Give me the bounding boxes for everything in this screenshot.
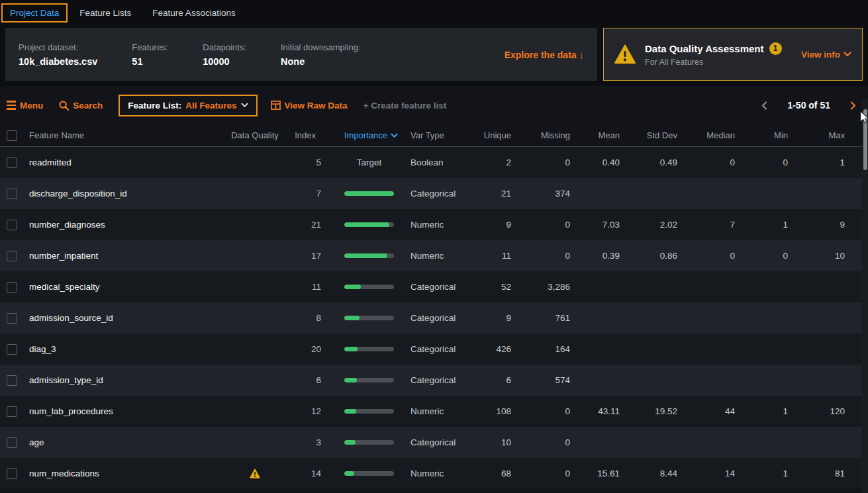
chevron-down-icon	[241, 103, 248, 108]
unique-value: 9	[463, 220, 516, 230]
feature-name[interactable]: diag_3	[29, 344, 218, 354]
view-raw-data-button[interactable]: View Raw Data	[271, 101, 348, 111]
feature-name[interactable]: medical_specialty	[29, 282, 218, 292]
feature-name[interactable]: age	[29, 437, 218, 447]
table-row[interactable]: readmitted 5 Target Boolean 2 0 0.40 0.4…	[0, 147, 868, 178]
index-value: 20	[291, 344, 321, 354]
column-header-missing[interactable]: Missing	[516, 130, 575, 140]
table-row[interactable]: diag_3 20 Categorical 426 164	[0, 334, 868, 365]
vertical-scrollbar-thumb[interactable]	[863, 109, 867, 170]
data-quality-assessment-card[interactable]: Data Quality Assessment 1 For All Featur…	[603, 28, 863, 81]
stat-project-dataset: Project dataset: 10k_diabetes.csv	[19, 42, 97, 67]
feature-name[interactable]: admission_type_id	[29, 375, 218, 385]
table-row[interactable]: admission_source_id 8 Categorical 9 761	[0, 302, 868, 334]
importance-cell	[321, 253, 405, 258]
unique-value: 9	[463, 313, 516, 323]
importance-bar-fill	[344, 316, 360, 320]
column-header-min[interactable]: Min	[740, 130, 793, 140]
feature-name[interactable]: number_diagnoses	[29, 220, 218, 230]
create-feature-list-button[interactable]: + Create feature list	[363, 101, 447, 111]
column-header-index[interactable]: Index	[291, 130, 321, 140]
column-header-unique[interactable]: Unique	[463, 130, 516, 140]
std-dev-value: 0.49	[625, 157, 683, 167]
row-checkbox[interactable]	[7, 406, 17, 417]
table-row[interactable]: number_diagnoses 21 Numeric 9 0 7.03 2.0…	[0, 209, 868, 240]
tab-feature-lists[interactable]: Feature Lists	[79, 8, 131, 18]
unique-value: 21	[463, 189, 516, 199]
missing-value: 0	[516, 469, 575, 478]
unique-value: 68	[463, 469, 516, 478]
search-button[interactable]: Search	[59, 101, 103, 111]
row-checkbox[interactable]	[7, 375, 17, 386]
menu-button[interactable]: Menu	[7, 101, 43, 111]
feature-list-section: Menu Search Feature List: All Features V…	[0, 86, 868, 493]
unique-value: 108	[463, 406, 516, 416]
missing-value: 574	[516, 375, 575, 385]
vertical-scrollbar-track[interactable]	[862, 99, 868, 493]
var-type-value: Categorical	[405, 375, 463, 385]
table-row[interactable]: num_lab_procedures 12 Numeric 108 0 43.1…	[0, 396, 868, 427]
view-info-label: View info	[801, 50, 840, 60]
table-row[interactable]: medical_specialty 11 Categorical 52 3,28…	[0, 271, 868, 302]
column-header-var-type[interactable]: Var Type	[405, 130, 463, 140]
tab-feature-associations[interactable]: Feature Associations	[152, 8, 235, 18]
var-type-value: Numeric	[405, 220, 463, 230]
importance-bar	[344, 471, 394, 476]
table-row[interactable]: admission_type_id 6 Categorical 6 574	[0, 365, 868, 396]
select-all-checkbox[interactable]	[7, 130, 17, 141]
column-header-feature-name[interactable]: Feature Name	[29, 130, 218, 140]
importance-bar	[344, 285, 394, 289]
data-quality-warning-icon[interactable]	[250, 469, 260, 478]
row-checkbox[interactable]	[7, 157, 17, 168]
feature-name[interactable]: admission_source_id	[29, 313, 218, 323]
column-header-data-quality[interactable]: Data Quality	[218, 130, 291, 140]
importance-cell: Target	[321, 157, 405, 167]
stat-features: Features: 51	[132, 42, 168, 67]
feature-list-dropdown[interactable]: Feature List: All Features	[119, 95, 257, 116]
column-header-mean[interactable]: Mean	[575, 130, 625, 140]
next-page-button[interactable]	[850, 101, 856, 110]
feature-list-value: All Features	[185, 101, 236, 111]
stat-value: 10k_diabetes.csv	[19, 56, 97, 67]
row-checkbox[interactable]	[7, 344, 17, 355]
table-row[interactable]: discharge_disposition_id 7 Categorical 2…	[0, 178, 868, 209]
dqa-title: Data Quality Assessment	[645, 43, 764, 54]
previous-page-button[interactable]	[761, 101, 767, 110]
median-value: 14	[683, 469, 740, 478]
row-checkbox[interactable]	[7, 469, 17, 479]
feature-name[interactable]: number_inpatient	[29, 251, 218, 261]
dataset-summary-panel: Project dataset: 10k_diabetes.csv Featur…	[5, 28, 597, 81]
row-checkbox[interactable]	[7, 189, 17, 199]
var-type-value: Numeric	[405, 406, 463, 416]
var-type-value: Categorical	[405, 437, 463, 447]
var-type-value: Boolean	[405, 157, 463, 167]
feature-name[interactable]: num_medications	[29, 469, 218, 478]
feature-name[interactable]: readmitted	[29, 157, 218, 167]
explore-the-data-link[interactable]: Explore the data ↓	[505, 49, 584, 60]
importance-cell	[321, 316, 405, 320]
table-row[interactable]: age 3 Categorical 10 0	[0, 427, 868, 458]
median-value: 7	[683, 220, 740, 230]
row-checkbox[interactable]	[7, 251, 17, 261]
feature-name[interactable]: discharge_disposition_id	[29, 189, 218, 199]
mean-value: 7.03	[575, 220, 625, 230]
importance-bar	[344, 316, 394, 320]
view-info-button[interactable]: View info	[801, 50, 851, 60]
column-header-max[interactable]: Max	[793, 130, 850, 140]
stat-label: Initial downsampling:	[281, 42, 361, 52]
row-checkbox[interactable]	[7, 437, 17, 448]
column-header-median[interactable]: Median	[683, 130, 740, 140]
row-checkbox[interactable]	[7, 282, 17, 292]
dqa-count-badge: 1	[769, 42, 782, 55]
min-value: 0	[740, 251, 793, 261]
table-row[interactable]: number_inpatient 17 Numeric 11 0 0.39 0.…	[0, 240, 868, 271]
row-checkbox[interactable]	[7, 220, 17, 230]
feature-name[interactable]: num_lab_procedures	[29, 406, 218, 416]
importance-bar-fill	[344, 378, 357, 382]
table-row[interactable]: num_medications 14 Numeric 68 0 15.61 8.…	[0, 458, 868, 489]
row-checkbox[interactable]	[7, 313, 17, 324]
column-header-importance[interactable]: Importance	[321, 130, 405, 140]
menu-label: Menu	[20, 101, 43, 111]
tab-project-data[interactable]: Project Data	[1, 3, 68, 22]
column-header-std-dev[interactable]: Std Dev	[625, 130, 683, 140]
